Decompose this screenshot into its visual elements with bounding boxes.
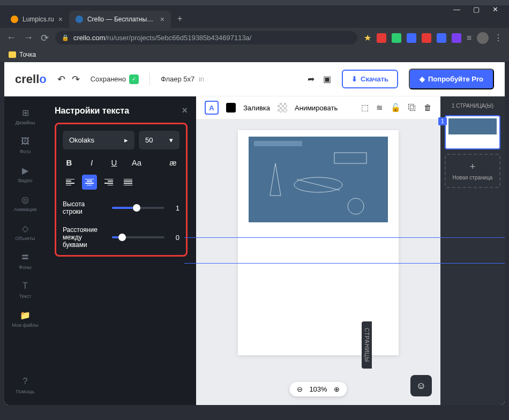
undo-button[interactable]: ↶: [57, 73, 65, 85]
panel-header: Настройки текста ×: [55, 105, 188, 116]
svg-rect-1: [254, 141, 302, 146]
forward-button[interactable]: →: [24, 32, 33, 44]
case-button[interactable]: Aa: [130, 158, 143, 167]
extension-icon[interactable]: [392, 33, 401, 43]
photo-icon: 🖼: [20, 136, 31, 147]
svg-rect-0: [249, 137, 388, 222]
canvas-viewport[interactable]: ⊖ 103% ⊕: [196, 119, 440, 405]
rail-backgrounds[interactable]: 〓Фоны: [4, 248, 46, 274]
copy-icon[interactable]: ⿻: [408, 103, 416, 112]
tab-title: Crello — Бесплатный инструмен: [87, 16, 156, 23]
canvas-page[interactable]: [238, 130, 399, 355]
text-mode-button[interactable]: A: [205, 101, 219, 115]
star-icon[interactable]: ★: [364, 33, 371, 43]
menu-icon[interactable]: ⋮: [494, 33, 503, 43]
extension-icon[interactable]: [437, 33, 446, 43]
extension-icon[interactable]: [407, 33, 416, 43]
transparency-icon[interactable]: [278, 103, 287, 112]
slider-track[interactable]: [112, 236, 164, 238]
placed-image[interactable]: [249, 137, 388, 222]
line-height-slider: Высота строки 1: [63, 200, 179, 215]
reload-button[interactable]: ⟳: [41, 32, 49, 44]
fill-label[interactable]: Заливка: [243, 104, 270, 112]
close-button[interactable]: ✕: [492, 5, 498, 13]
zoom-in-button[interactable]: ⊕: [334, 385, 340, 393]
object-actions: ⬚ ≋ 🔓 ⿻ 🗑: [361, 103, 432, 112]
share-icon[interactable]: ➦: [308, 74, 315, 84]
font-size-select[interactable]: 50 ▾: [139, 131, 179, 149]
slider-value: 0: [171, 234, 179, 242]
minimize-button[interactable]: —: [453, 5, 460, 13]
design-name[interactable]: Флаер 5х7 in: [161, 75, 204, 83]
align-right-button[interactable]: [101, 175, 116, 190]
layers-icon[interactable]: ≋: [376, 103, 383, 112]
italic-button[interactable]: I: [85, 158, 98, 167]
browser-tab[interactable]: Lumpics.ru ×: [4, 11, 69, 28]
rail-photo[interactable]: 🖼Фото: [4, 132, 46, 159]
zoom-level[interactable]: 103%: [309, 385, 327, 393]
tab-close-icon[interactable]: ×: [58, 15, 63, 24]
extension-icon[interactable]: [377, 33, 386, 43]
ligature-button[interactable]: æ: [167, 158, 179, 167]
font-select[interactable]: Okolaks ▸: [63, 131, 134, 149]
new-page-button[interactable]: + Новая страница: [445, 154, 500, 188]
app-window: crello ↶ ↷ Сохранено ✓ Флаер 5х7 in ➦ ▣ …: [4, 62, 505, 405]
extension-icon[interactable]: [422, 33, 431, 43]
profile-avatar[interactable]: [477, 32, 489, 44]
left-rail: ⊞Дизайны 🖼Фото ▶Видео ◎Анимации ◇Объекты…: [4, 96, 46, 405]
new-tab-button[interactable]: +: [171, 10, 189, 28]
color-swatch[interactable]: [226, 103, 236, 112]
app-header: crello ↶ ↷ Сохранено ✓ Флаер 5х7 in ➦ ▣ …: [4, 62, 505, 96]
try-pro-button[interactable]: ◆ Попробуйте Pro: [409, 69, 494, 89]
rail-designs[interactable]: ⊞Дизайны: [4, 103, 46, 130]
present-icon[interactable]: ▣: [323, 74, 331, 84]
logo[interactable]: crello: [15, 72, 47, 86]
rail-files[interactable]: 📁Мои файлы: [4, 305, 46, 332]
help-icon: ?: [20, 376, 31, 387]
folder-icon: [9, 51, 16, 58]
redo-button[interactable]: ↷: [72, 73, 80, 85]
delete-icon[interactable]: 🗑: [424, 103, 432, 112]
extension-icons: ★ ≡ ⋮: [364, 32, 503, 44]
panel-title: Настройки текста: [55, 106, 129, 116]
pages-count: 1 СТРАНИЦА(Ы): [445, 101, 500, 111]
page-thumbnail[interactable]: 1: [445, 115, 500, 149]
close-panel-icon[interactable]: ×: [182, 105, 188, 116]
tab-close-icon[interactable]: ×: [160, 15, 164, 24]
url-input[interactable]: 🔒 crello.com/ru/user/projects/5ebc66d519…: [55, 31, 357, 44]
diamond-icon: ◆: [420, 75, 425, 83]
rail-objects[interactable]: ◇Объекты: [4, 219, 46, 245]
text-icon: T: [20, 281, 31, 291]
reading-list-icon[interactable]: ≡: [467, 33, 471, 43]
back-button[interactable]: ←: [6, 32, 16, 44]
animate-button[interactable]: Анимировать: [295, 104, 338, 112]
slider-thumb[interactable]: [133, 204, 140, 212]
extension-icon[interactable]: [452, 33, 461, 43]
bold-button[interactable]: B: [63, 158, 76, 167]
rail-video[interactable]: ▶Видео: [4, 161, 46, 188]
underline-button[interactable]: U: [108, 158, 121, 167]
maximize-button[interactable]: ▢: [473, 5, 480, 13]
lock-icon: 🔒: [62, 34, 69, 41]
bookmark-item[interactable]: Точка: [19, 51, 36, 58]
app-body: ⊞Дизайны 🖼Фото ▶Видео ◎Анимации ◇Объекты…: [4, 96, 505, 405]
slider-thumb[interactable]: [118, 234, 126, 241]
position-icon[interactable]: ⬚: [361, 103, 369, 112]
lock-icon[interactable]: 🔓: [391, 103, 401, 112]
thumbnail-preview: [448, 118, 497, 134]
align-left-button[interactable]: [63, 175, 78, 190]
slider-label: Высота строки: [63, 200, 106, 215]
chat-button[interactable]: ☺: [410, 375, 432, 396]
download-button[interactable]: ⬇ Скачать: [342, 70, 398, 88]
logo-accent: o: [39, 72, 46, 86]
browser-tab[interactable]: Crello — Бесплатный инструмен ×: [69, 11, 171, 28]
rail-text[interactable]: TТекст: [4, 276, 46, 303]
address-bar: ← → ⟳ 🔒 crello.com/ru/user/projects/5ebc…: [0, 28, 509, 48]
rail-animations[interactable]: ◎Анимации: [4, 190, 46, 216]
align-justify-button[interactable]: [121, 175, 136, 190]
align-center-button[interactable]: [82, 175, 97, 190]
pages-tab[interactable]: СТРАНИЦЫ: [362, 321, 372, 369]
zoom-out-button[interactable]: ⊖: [297, 385, 303, 393]
rail-help[interactable]: ?Помощь: [4, 372, 46, 399]
slider-track[interactable]: [112, 207, 164, 209]
